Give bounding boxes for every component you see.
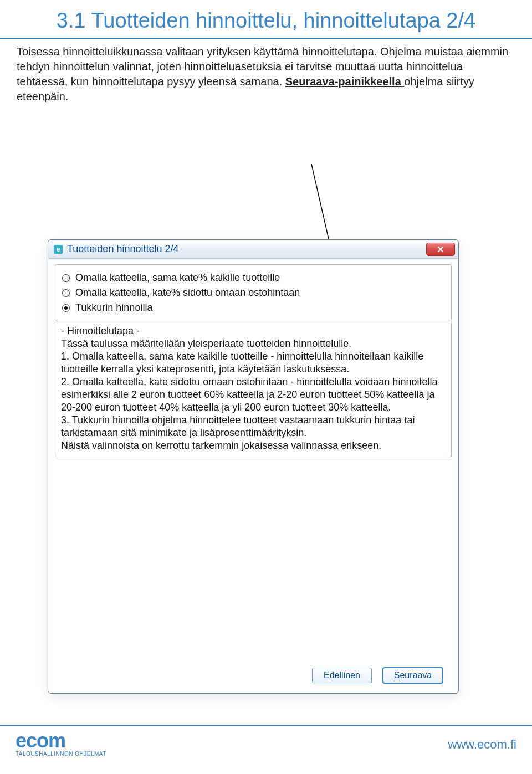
app-icon: e xyxy=(54,245,63,254)
logo-tagline: TALOUSHALLINNON OHJELMAT xyxy=(16,751,106,757)
radio-option-2[interactable]: Tukkurin hinnoilla xyxy=(62,300,444,315)
description-panel: - Hinnoittelutapa - Tässä taulussa määri… xyxy=(55,321,452,457)
radio-label: Tukkurin hinnoilla xyxy=(75,302,152,314)
page-footer: ecom TALOUSHALLINNON OHJELMAT www.ecom.f… xyxy=(0,725,532,774)
desc-line-4: Näistä valinnoista on kerrottu tarkemmin… xyxy=(61,439,446,452)
logo: ecom TALOUSHALLINNON OHJELMAT xyxy=(16,732,106,757)
radio-circle-icon xyxy=(62,289,70,297)
dialog-body: Omalla katteella, sama kate% kaikille tu… xyxy=(48,259,458,693)
radio-option-1[interactable]: Omalla katteella, kate% sidottu omaan os… xyxy=(62,285,444,300)
window-title: Tuotteiden hinnoittelu 2/4 xyxy=(67,243,426,255)
title-rule xyxy=(0,38,532,39)
radio-group: Omalla katteella, sama kate% kaikille tu… xyxy=(55,264,452,321)
previous-button[interactable]: Edellinen xyxy=(312,668,372,683)
btn-rest: euraava xyxy=(400,670,432,680)
close-button[interactable] xyxy=(426,243,455,256)
btn-rest: dellinen xyxy=(330,670,360,680)
btn-accel: S xyxy=(394,670,400,680)
radio-option-0[interactable]: Omalla katteella, sama kate% kaikille tu… xyxy=(62,270,444,285)
radio-label: Omalla katteella, kate% sidottu omaan os… xyxy=(75,287,300,299)
button-row: Edellinen Seuraava xyxy=(53,664,454,689)
radio-circle-selected-icon xyxy=(62,304,70,312)
desc-line-2: 2. Omalla katteella, kate sidottu omaan … xyxy=(61,376,446,414)
logo-word: ecom xyxy=(16,732,65,750)
radio-circle-icon xyxy=(62,274,70,282)
page-title: 3.1 Tuotteiden hinnoittelu, hinnoittelut… xyxy=(0,0,532,34)
desc-line-1: 1. Omalla katteella, sama kate kaikille … xyxy=(61,350,446,376)
intro-paragraph: Toisessa hinnoitteluikkunassa valitaan y… xyxy=(0,44,532,104)
next-button[interactable]: Seuraava xyxy=(383,668,443,683)
close-icon xyxy=(437,245,444,253)
footer-url: www.ecom.fi xyxy=(448,737,516,752)
dialog-window: e Tuotteiden hinnoittelu 2/4 Omalla katt… xyxy=(48,239,459,694)
desc-line-3: 3. Tukkurin hinnoilla ohjelma hinnoittel… xyxy=(61,414,446,439)
radio-label: Omalla katteella, sama kate% kaikille tu… xyxy=(75,272,280,284)
intro-link-text: Seuraava-painikkeella xyxy=(285,75,405,88)
spacer xyxy=(53,457,454,664)
desc-heading: - Hinnoittelutapa - xyxy=(61,325,446,337)
btn-accel: E xyxy=(324,670,330,680)
desc-line-0: Tässä taulussa määritellään yleisperiaat… xyxy=(61,337,446,350)
titlebar: e Tuotteiden hinnoittelu 2/4 xyxy=(48,240,458,259)
